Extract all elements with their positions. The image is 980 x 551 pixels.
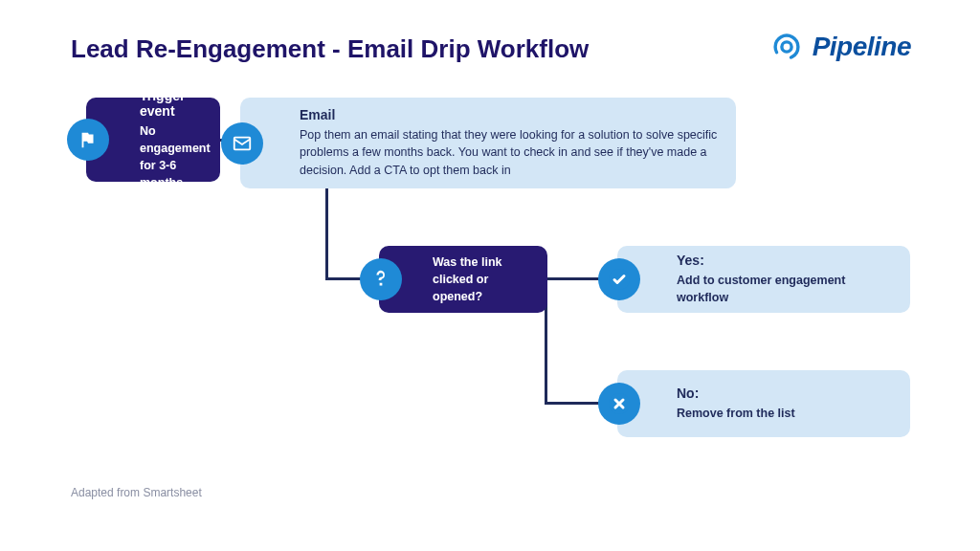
- email-card: Email Pop them an email stating that the…: [240, 98, 736, 188]
- svg-point-0: [782, 42, 791, 52]
- cross-icon: [598, 383, 640, 425]
- card-body: Pop them an email stating that they were…: [300, 126, 719, 178]
- flag-icon: [67, 119, 109, 161]
- card-body: Was the link clicked or opened?: [433, 253, 530, 305]
- brand-logo: Pipeline: [768, 29, 911, 65]
- trigger-card: Trigger event No engagement for 3-6 mont…: [86, 98, 220, 182]
- email-icon: [221, 122, 263, 165]
- card-title: Trigger event: [140, 88, 203, 119]
- card-title: Email: [300, 107, 719, 122]
- attribution: Adapted from Smartsheet: [71, 486, 202, 499]
- card-body: Remove from the list: [677, 405, 893, 422]
- decision-card: Was the link clicked or opened?: [379, 246, 547, 313]
- card-body: No engagement for 3-6 months: [140, 122, 203, 192]
- card-title: Yes:: [677, 253, 893, 268]
- question-icon: [360, 258, 402, 300]
- check-icon: [598, 258, 640, 300]
- yes-card: Yes: Add to customer engagement workflow: [617, 246, 910, 313]
- card-body: Add to customer engagement workflow: [677, 272, 893, 306]
- brand-mark-icon: [768, 29, 805, 65]
- brand-name: Pipeline: [813, 32, 911, 62]
- no-card: No: Remove from the list: [617, 370, 910, 437]
- page-title: Lead Re-Engagement - Email Drip Workflow: [71, 34, 589, 64]
- card-title: No:: [677, 386, 893, 401]
- connector: [325, 184, 328, 277]
